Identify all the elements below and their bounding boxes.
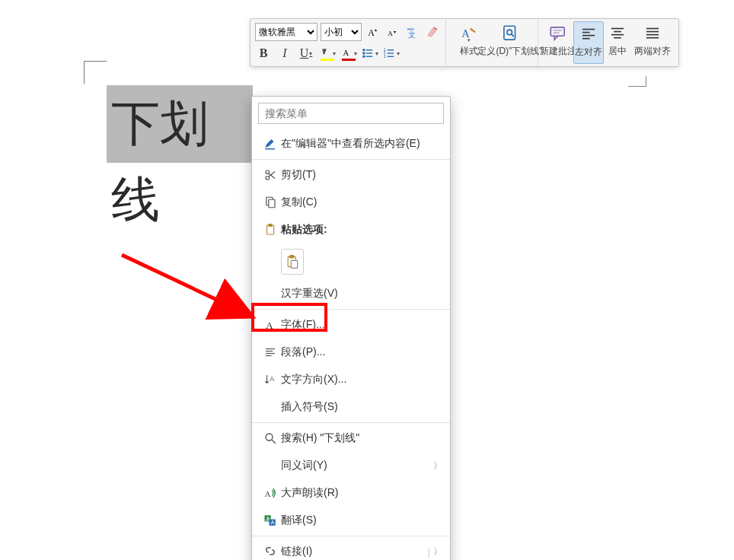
menu-separator [252, 422, 450, 423]
svg-rect-47 [269, 224, 273, 227]
font-a-icon: A [260, 318, 281, 332]
mini-toolbar: 微软雅黑 小初 A▴ A▾ wén文 B I U [250, 18, 679, 67]
svg-text:A: A [271, 520, 275, 525]
svg-rect-50 [291, 260, 297, 268]
mi-link[interactable]: 链接(I) | 〉 [252, 538, 450, 560]
mi-read-aloud[interactable]: A 大声朗读(R) [252, 479, 450, 507]
font-size-select[interactable]: 小初 [321, 23, 362, 41]
link-icon [260, 545, 281, 558]
mi-paragraph-label: 段落(P)... [281, 345, 442, 359]
number-list-button[interactable]: 123 [383, 45, 400, 62]
mi-synonyms[interactable]: 同义词(Y) 〉 [252, 452, 450, 479]
mi-translate-label: 翻译(S) [281, 514, 442, 527]
align-justify-icon [642, 23, 663, 44]
svg-line-58 [272, 440, 276, 444]
font-name-select[interactable]: 微软雅黑 [255, 23, 318, 41]
translate-icon: あA [260, 514, 281, 527]
text-direction-icon: A [260, 373, 281, 387]
clear-format-icon[interactable] [424, 24, 441, 40]
mi-text-direction[interactable]: A 文字方向(X)... [252, 366, 450, 393]
svg-point-7 [363, 49, 365, 51]
read-aloud-icon: A [260, 486, 281, 500]
italic-button[interactable]: I [276, 45, 293, 62]
svg-text:A: A [388, 30, 393, 37]
svg-line-23 [512, 34, 514, 37]
underline-button[interactable]: U [298, 45, 314, 62]
new-comment-button[interactable]: 新建批注 [543, 21, 573, 64]
mi-paste-options-label: 粘贴选项: [281, 223, 442, 237]
search-icon [260, 431, 281, 445]
align-center-button[interactable]: 居中 [604, 21, 631, 64]
grow-font-icon[interactable]: A▴ [365, 24, 381, 40]
align-justify-button[interactable]: 两端对齐 [631, 21, 674, 64]
mi-synonyms-label: 同义词(Y) [281, 459, 433, 473]
ruler-corner [84, 61, 107, 84]
svg-rect-21 [504, 26, 515, 40]
menu-separator [252, 159, 450, 160]
chevron-right-icon: 〉 [433, 460, 442, 473]
clipboard-icon [260, 223, 281, 237]
paragraph-icon [260, 345, 281, 359]
mi-copy-label: 复制(C) [281, 196, 442, 209]
menu-search-input[interactable] [258, 103, 444, 124]
bullet-list-button[interactable] [362, 45, 378, 62]
svg-text:▾: ▾ [468, 37, 471, 43]
mi-font[interactable]: A 字体(F)... [252, 311, 450, 339]
mi-cut[interactable]: 剪切(T) [252, 161, 450, 189]
copy-icon [260, 196, 281, 209]
svg-point-11 [363, 56, 365, 57]
styles-icon: A▾ [458, 23, 480, 44]
svg-text:A: A [343, 49, 349, 57]
comment-icon [547, 23, 569, 44]
mi-cut-label: 剪切(T) [281, 168, 442, 182]
svg-rect-24 [550, 27, 564, 36]
mi-editor-view-label: 在"编辑器"中查看所选内容(E) [281, 137, 442, 151]
ruler-end [628, 76, 646, 87]
styles-label: 样式 [460, 46, 478, 56]
svg-text:A: A [265, 489, 272, 498]
paste-keep-source-button[interactable] [281, 249, 304, 275]
mi-paste-options: 粘贴选项: [252, 216, 450, 243]
mi-paragraph[interactable]: 段落(P)... [252, 339, 450, 366]
styles-button[interactable]: A▾ 样式 [451, 21, 487, 64]
mi-editor-view[interactable]: 在"编辑器"中查看所选内容(E) [252, 130, 450, 158]
phonetic-guide-icon[interactable]: wén文 [404, 24, 421, 40]
shrink-font-icon[interactable]: A▾ [385, 24, 401, 40]
svg-text:▴: ▴ [375, 27, 377, 32]
svg-point-9 [363, 52, 365, 54]
svg-text:▾: ▾ [394, 30, 396, 34]
mi-insert-symbol[interactable]: 插入符号(S) [252, 393, 450, 421]
mi-link-label: 链接(I) [281, 545, 425, 558]
highlight-color-button[interactable] [319, 45, 336, 62]
mi-font-label: 字体(F)... [281, 318, 442, 332]
search-doc-icon [499, 23, 521, 44]
mi-reconvert[interactable]: 汉字重选(V) [252, 280, 450, 307]
align-justify-label: 两端对齐 [634, 46, 671, 56]
mi-read-aloud-label: 大声朗读(R) [281, 486, 442, 500]
svg-point-57 [266, 434, 273, 441]
svg-text:A: A [270, 375, 274, 383]
align-center-icon [607, 23, 628, 44]
selected-text[interactable]: 下划线 [107, 85, 253, 163]
svg-text:3: 3 [384, 55, 386, 59]
menu-search[interactable] [258, 103, 444, 124]
svg-text:A: A [266, 320, 273, 331]
svg-line-64 [122, 255, 246, 313]
align-left-label: 左对齐 [575, 46, 602, 57]
mi-translate[interactable]: あA 翻译(S) [252, 507, 450, 534]
bold-button[interactable]: B [255, 45, 272, 62]
align-left-button[interactable]: 左对齐 [573, 21, 604, 64]
new-comment-label: 新建批注 [540, 46, 576, 56]
mi-search[interactable]: 搜索(H) "下划线" [252, 425, 450, 452]
svg-point-22 [507, 30, 512, 35]
align-left-icon [578, 24, 599, 45]
mi-copy[interactable]: 复制(C) [252, 189, 450, 216]
svg-rect-45 [269, 199, 275, 208]
font-color-button[interactable]: A [340, 45, 357, 62]
chevron-right-icon: 〉 [433, 546, 442, 558]
annotation-arrow [118, 251, 259, 339]
mi-search-label: 搜索(H) "下划线" [281, 431, 442, 445]
menu-separator [252, 536, 450, 536]
define-button[interactable]: 定义(D)"下划线" [487, 21, 533, 64]
mi-reconvert-label: 汉字重选(V) [281, 287, 442, 301]
